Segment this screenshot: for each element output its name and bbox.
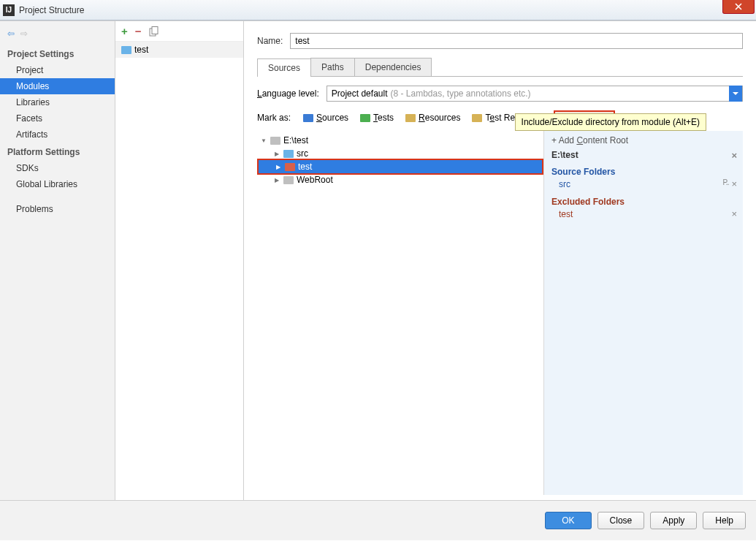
sidebar-item-facets[interactable]: Facets xyxy=(0,110,115,126)
lang-value: Project default xyxy=(332,88,388,99)
nav-history: ⇦ ⇨ xyxy=(0,26,115,45)
tree-label: src xyxy=(297,148,308,159)
lang-hint: (8 - Lambdas, type annotations etc.) xyxy=(390,88,530,99)
tree-toggle-icon[interactable] xyxy=(273,177,280,184)
name-label: Name: xyxy=(257,36,283,46)
chevron-down-icon[interactable] xyxy=(729,86,742,102)
group-title: Source Folders xyxy=(551,167,743,177)
remove-entry-icon[interactable]: × xyxy=(731,178,737,189)
add-content-root-button[interactable]: + Add Content Root xyxy=(551,135,743,145)
section-project-settings: Project Settings xyxy=(0,45,115,62)
folder-entry: test× xyxy=(551,207,743,221)
sidebar-item-sdks[interactable]: SDKs xyxy=(0,160,115,176)
tree-label: test xyxy=(298,162,312,172)
tree-label: E:\test xyxy=(283,135,308,145)
mark-as-label: Mark as: xyxy=(257,113,291,123)
tree-toggle-icon[interactable] xyxy=(273,151,280,157)
module-item[interactable]: test xyxy=(115,42,243,58)
section-platform-settings: Platform Settings xyxy=(0,143,115,160)
sidebar-item-modules[interactable]: Modules xyxy=(0,78,115,94)
folder-group: Source FolderssrcP..× xyxy=(551,167,743,191)
language-level-select[interactable]: Project default (8 - Lambdas, type annot… xyxy=(327,86,743,102)
titlebar: IJ Project Structure xyxy=(0,0,756,20)
folder-icon xyxy=(285,163,295,171)
folder-icon xyxy=(303,114,313,122)
mark-sources-button[interactable]: Sources xyxy=(299,111,352,124)
sidebar-item-project[interactable]: Project xyxy=(0,62,115,78)
name-row: Name: xyxy=(257,33,743,49)
tooltip: Include/Exclude directory from module (A… xyxy=(515,113,706,131)
language-level-label: Language level: xyxy=(257,88,319,99)
mark-tests-button[interactable]: Tests xyxy=(356,111,397,124)
tree-label: WebRoot xyxy=(297,175,333,185)
folder-icon xyxy=(283,176,294,184)
tree-toggle-icon[interactable] xyxy=(275,164,282,170)
sidebar-item-artifacts[interactable]: Artifacts xyxy=(0,126,115,143)
module-name-input[interactable] xyxy=(290,33,743,49)
add-module-button[interactable]: + xyxy=(121,25,128,37)
module-detail-panel: Name: SourcesPathsDependencies Language … xyxy=(244,21,756,500)
remove-entry-icon[interactable]: × xyxy=(731,208,737,219)
remove-root-icon[interactable]: × xyxy=(731,150,737,161)
tab-dependencies[interactable]: Dependencies xyxy=(354,58,432,76)
copy-module-button[interactable] xyxy=(149,26,159,37)
left-sidebar: ⇦ ⇨ Project Settings ProjectModulesLibra… xyxy=(0,21,115,500)
tree-row[interactable]: WebRoot xyxy=(257,173,543,186)
module-list-panel: + − test xyxy=(115,21,244,500)
content-split: E:\testsrctestWebRoot + Add Content Root… xyxy=(257,131,743,495)
tree-row[interactable]: test xyxy=(257,159,543,175)
tree-toggle-icon[interactable] xyxy=(260,137,267,144)
close-window-button[interactable] xyxy=(722,0,755,14)
properties-icon[interactable]: P.. xyxy=(722,178,728,189)
sidebar-item-libraries[interactable]: Libraries xyxy=(0,94,115,110)
folder-icon xyxy=(472,114,482,122)
folder-icon xyxy=(270,137,280,145)
close-icon xyxy=(735,3,742,10)
content-root-path: E:\test × xyxy=(551,150,743,161)
sidebar-item-global-libraries[interactable]: Global Libraries xyxy=(0,176,115,192)
module-toolbar: + − xyxy=(115,21,243,42)
dialog-footer: OKCloseApplyHelp xyxy=(0,500,756,540)
detail-tabs: SourcesPathsDependencies xyxy=(257,58,743,77)
language-level-row: Language level: Project default (8 - Lam… xyxy=(257,86,743,102)
sidebar-item-problems[interactable]: Problems xyxy=(0,201,115,217)
content-roots-pane: + Add Content Root E:\test × Source Fold… xyxy=(544,131,743,495)
remove-module-button[interactable]: − xyxy=(135,25,142,37)
folder-group: Excluded Folderstest× xyxy=(551,197,743,221)
folder-icon xyxy=(360,114,370,122)
forward-arrow-icon[interactable]: ⇨ xyxy=(20,29,28,39)
help-button[interactable]: Help xyxy=(703,512,746,529)
folder-icon xyxy=(121,46,131,54)
apply-button[interactable]: Apply xyxy=(650,512,697,529)
svg-rect-1 xyxy=(152,26,158,34)
tree-row[interactable]: E:\test xyxy=(257,134,543,147)
folder-icon xyxy=(283,150,294,158)
tab-sources[interactable]: Sources xyxy=(257,58,311,77)
back-arrow-icon[interactable]: ⇦ xyxy=(7,29,15,39)
group-title: Excluded Folders xyxy=(551,197,743,207)
folder-entry: srcP..× xyxy=(551,177,743,191)
app-icon: IJ xyxy=(3,4,15,16)
ok-button[interactable]: OK xyxy=(545,512,591,529)
tab-paths[interactable]: Paths xyxy=(310,58,355,76)
main-area: ⇦ ⇨ Project Settings ProjectModulesLibra… xyxy=(0,20,756,500)
window-title: Project Structure xyxy=(19,5,84,15)
mark-resources-button[interactable]: Resources xyxy=(402,111,464,124)
close-button[interactable]: Close xyxy=(597,512,645,529)
folder-icon xyxy=(405,114,416,122)
folder-tree: E:\testsrctestWebRoot xyxy=(257,131,544,495)
